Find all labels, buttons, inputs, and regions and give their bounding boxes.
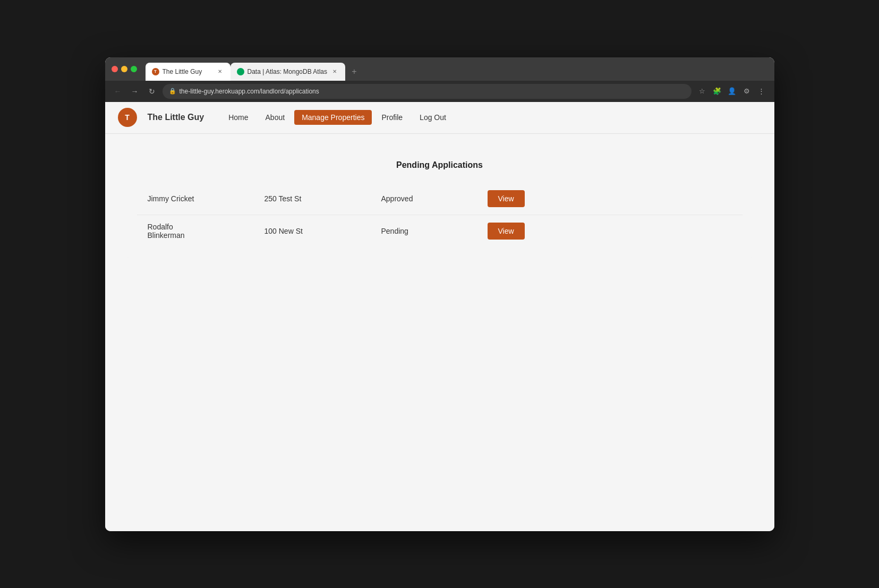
nav-manage-properties[interactable]: Manage Properties: [294, 110, 372, 125]
applicant-action-1: View: [488, 190, 732, 207]
lock-icon: 🔒: [169, 88, 176, 95]
browser-window: T The Little Guy ✕ Data | Atlas: MongoDB…: [105, 57, 774, 531]
back-button[interactable]: ←: [112, 85, 124, 98]
section-title: Pending Applications: [137, 160, 743, 170]
tab-title-2: Data | Atlas: MongoDB Atlas: [248, 68, 328, 75]
minimize-button[interactable]: [121, 66, 127, 72]
app-content: T The Little Guy Home About Manage Prope…: [105, 102, 774, 531]
navbar: T The Little Guy Home About Manage Prope…: [105, 102, 774, 134]
browser-titlebar: T The Little Guy ✕ Data | Atlas: MongoDB…: [105, 57, 774, 81]
applicant-status-2: Pending: [381, 227, 488, 235]
brand-logo-letter: T: [125, 113, 130, 122]
pending-applications-section: Pending Applications Jimmy Cricket 250 T…: [126, 150, 753, 258]
table-row: Jimmy Cricket 250 Test St Approved View: [137, 183, 743, 215]
close-button[interactable]: [112, 66, 118, 72]
tab-the-little-guy[interactable]: T The Little Guy ✕: [146, 63, 231, 81]
settings-icon[interactable]: ⚙: [740, 85, 753, 98]
applicant-action-2: View: [488, 223, 732, 240]
toolbar-icons: ☆ 🧩 👤 ⚙ ⋮: [696, 85, 768, 98]
nav-profile[interactable]: Profile: [374, 110, 410, 125]
fullscreen-button[interactable]: [131, 66, 137, 72]
applicant-name-1: Jimmy Cricket: [148, 194, 264, 203]
new-tab-button[interactable]: +: [347, 65, 361, 79]
applicant-status-1: Approved: [381, 194, 488, 203]
traffic-lights: [112, 66, 137, 72]
tabs-bar: T The Little Guy ✕ Data | Atlas: MongoDB…: [146, 57, 768, 81]
brand-name: The Little Guy: [148, 113, 204, 122]
nav-about[interactable]: About: [258, 110, 293, 125]
extensions-icon[interactable]: 🧩: [711, 85, 723, 98]
tab-close-2[interactable]: ✕: [330, 67, 339, 76]
tab-mongodb[interactable]: Data | Atlas: MongoDB Atlas ✕: [231, 63, 346, 81]
tab-favicon: T: [152, 68, 159, 75]
bookmark-icon[interactable]: ☆: [696, 85, 709, 98]
nav-logout[interactable]: Log Out: [412, 110, 454, 125]
view-button-1[interactable]: View: [488, 190, 525, 207]
browser-addressbar: ← → ↻ 🔒 the-little-guy.herokuapp.com/lan…: [105, 81, 774, 102]
tab-favicon-2: [237, 68, 244, 75]
nav-home[interactable]: Home: [221, 110, 255, 125]
forward-button[interactable]: →: [129, 85, 141, 98]
applicant-address-1: 250 Test St: [264, 194, 381, 203]
reload-button[interactable]: ↻: [146, 85, 158, 98]
applications-table: Jimmy Cricket 250 Test St Approved View …: [137, 183, 743, 247]
menu-icon[interactable]: ⋮: [755, 85, 768, 98]
nav-links: Home About Manage Properties Profile Log…: [221, 110, 454, 125]
applicant-address-2: 100 New St: [264, 227, 381, 235]
table-row: Rodalfo Blinkerman 100 New St Pending Vi…: [137, 215, 743, 247]
tab-title-1: The Little Guy: [163, 68, 212, 75]
view-button-2[interactable]: View: [488, 223, 525, 240]
account-icon[interactable]: 👤: [726, 85, 738, 98]
brand-logo: T: [118, 108, 137, 127]
main-content: Pending Applications Jimmy Cricket 250 T…: [105, 134, 774, 274]
address-bar[interactable]: 🔒 the-little-guy.herokuapp.com/landlord/…: [163, 84, 692, 99]
address-text: the-little-guy.herokuapp.com/landlord/ap…: [180, 88, 685, 95]
applicant-name-2: Rodalfo Blinkerman: [148, 223, 264, 240]
tab-close-1[interactable]: ✕: [216, 67, 224, 76]
